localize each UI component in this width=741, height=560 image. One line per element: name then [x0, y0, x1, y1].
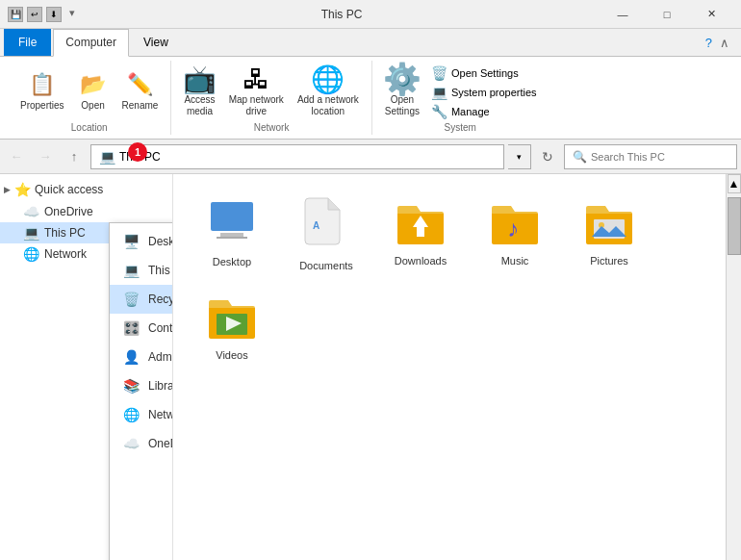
rename-icon: ✏️ — [124, 69, 155, 100]
window-controls: — □ ✕ — [600, 0, 733, 29]
rename-button[interactable]: ✏️ Rename — [117, 66, 164, 115]
context-item-network[interactable]: 🌐 Network — [110, 400, 173, 429]
open-label: Open — [81, 100, 104, 112]
uninstall-action[interactable]: 🗑️ Open Settings — [428, 64, 541, 82]
location-buttons: 📋 Properties 📂 Open ✏️ Rename — [15, 61, 163, 120]
address-bar: ← → ↑ 💻 This PC ▾ ↻ 🔍 — [0, 140, 741, 174]
address-dropdown[interactable]: ▾ — [508, 144, 531, 169]
quick-access-chevron: ▶ — [4, 185, 11, 194]
collapse-ribbon-icon[interactable]: ∧ — [720, 36, 729, 50]
context-item-desktop[interactable]: 🖥️ Desktop — [110, 227, 173, 256]
context-admin-icon: 👤 — [121, 347, 141, 367]
location-group-label: Location — [71, 120, 108, 135]
manage-action[interactable]: 🔧 Manage — [428, 103, 541, 120]
search-box[interactable]: 🔍 — [564, 144, 737, 169]
open-settings-button[interactable]: ⚙️ OpenSettings — [380, 61, 424, 120]
titlebar-quick-icons: 💾 ↩ ⬇ ▾ — [8, 7, 75, 22]
sidebar-item-quick-access[interactable]: ▶ ⭐ Quick access — [0, 178, 172, 201]
map-network-drive-button[interactable]: 🖧 Map networkdrive — [224, 61, 289, 120]
context-item-recycle-bin[interactable]: 🗑️ Recycle Bin 2 — [110, 285, 173, 314]
help-icon[interactable]: ? — [705, 36, 712, 50]
properties-button[interactable]: 📋 Properties — [15, 66, 69, 115]
folder-documents[interactable]: A Documents — [283, 190, 370, 276]
ribbon: File Computer View ? ∧ 📋 Properties 📂 Op… — [0, 29, 741, 140]
system-group-label: System — [445, 120, 476, 135]
folder-videos[interactable]: Videos — [189, 284, 275, 366]
context-libraries-icon: 📚 — [121, 376, 141, 395]
context-menu: 🖥️ Desktop 💻 This PC 🗑️ Recycle Bin 2 🎛️… — [109, 222, 173, 560]
search-input[interactable] — [591, 151, 728, 163]
svg-rect-0 — [211, 202, 253, 231]
back-button[interactable]: ← — [4, 144, 29, 169]
folder-downloads[interactable]: Downloads — [377, 190, 464, 276]
settings-icon: ⚙️ — [387, 64, 418, 94]
titlebar-icon-1[interactable]: 💾 — [8, 7, 23, 22]
tab-computer[interactable]: Computer — [53, 29, 129, 57]
add-network-location-button[interactable]: 🌐 Add a networklocation — [293, 61, 364, 120]
context-recycle-icon: 🗑️ — [121, 290, 141, 309]
folder-pictures[interactable]: Pictures — [566, 190, 652, 276]
context-item-onedrive[interactable]: ☁️ OneDrive — [110, 429, 173, 458]
desktop-label: Desktop — [213, 256, 251, 267]
context-item-control-panel[interactable]: 🎛️ Control Panel — [110, 314, 173, 343]
add-network-location-label: Add a networklocation — [297, 94, 359, 117]
address-input[interactable]: 💻 This PC — [90, 144, 504, 169]
context-item-administrator[interactable]: 👤 Administrator — [110, 343, 173, 371]
close-button[interactable]: ✕ — [689, 0, 733, 29]
titlebar-title: This PC — [83, 8, 600, 21]
videos-label: Videos — [216, 349, 247, 361]
context-item-this-pc[interactable]: 💻 This PC — [110, 256, 173, 285]
system-properties-action[interactable]: 💻 System properties — [428, 84, 541, 101]
this-pc-label: This PC — [44, 226, 86, 240]
forward-button[interactable]: → — [33, 144, 58, 169]
quick-access-label: Quick access — [35, 183, 103, 196]
music-label: Music — [501, 255, 529, 267]
sidebar-item-onedrive[interactable]: ☁️ OneDrive — [0, 201, 172, 222]
scroll-up[interactable]: ▲ — [728, 174, 741, 193]
videos-icon — [205, 289, 259, 345]
titlebar-icon-2[interactable]: ↩ — [27, 7, 42, 22]
uninstall-icon: 🗑️ — [432, 65, 447, 81]
folder-desktop[interactable]: Desktop — [189, 190, 275, 276]
context-onedrive-label: OneDrive — [148, 437, 173, 450]
minimize-button[interactable]: — — [600, 0, 645, 29]
onedrive-label: OneDrive — [44, 205, 93, 218]
desktop-icon — [207, 194, 257, 252]
sidebar: ▶ ⭐ Quick access ☁️ OneDrive 💻 This PC 🖥… — [0, 174, 173, 560]
svg-rect-1 — [220, 233, 243, 237]
scrollbar[interactable]: ▲ — [726, 174, 741, 560]
context-control-panel-label: Control Panel — [148, 321, 173, 335]
downloads-icon — [394, 194, 447, 251]
titlebar-icon-3[interactable]: ⬇ — [46, 7, 62, 22]
content-wrapper: Desktop A Documents — [173, 174, 741, 560]
badge-1: 1 — [128, 142, 147, 162]
context-admin-label: Administrator — [148, 350, 173, 364]
sidebar-item-this-pc[interactable]: 💻 This PC 🖥️ Desktop 💻 This PC 🗑️ Recycl… — [0, 222, 172, 243]
address-folder-icon: 💻 — [99, 149, 115, 165]
downloads-label: Downloads — [395, 255, 447, 267]
manage-label: Manage — [451, 106, 490, 117]
properties-icon: 📋 — [27, 69, 58, 100]
ribbon-tabs: File Computer View ? ∧ — [0, 29, 741, 57]
refresh-button[interactable]: ↻ — [535, 144, 560, 169]
up-button[interactable]: ↑ — [62, 144, 87, 169]
tab-file[interactable]: File — [4, 29, 51, 56]
ribbon-content: 📋 Properties 📂 Open ✏️ Rename Location 📺 — [0, 57, 741, 139]
system-buttons: ⚙️ OpenSettings 🗑️ Open Settings 💻 Syste… — [380, 61, 541, 120]
maximize-button[interactable]: □ — [645, 0, 689, 29]
open-button[interactable]: 📂 Open — [73, 66, 114, 115]
system-properties-label: System properties — [451, 87, 537, 98]
access-media-button[interactable]: 📺 Accessmedia — [179, 61, 219, 120]
context-item-libraries[interactable]: 📚 Libraries — [110, 371, 173, 400]
tab-view[interactable]: View — [131, 29, 181, 56]
scroll-thumb[interactable] — [728, 197, 741, 255]
folder-music[interactable]: ♪ Music — [472, 190, 558, 276]
network-label: Network — [44, 247, 87, 261]
access-media-icon: 📺 — [185, 64, 216, 94]
content-area: Desktop A Documents — [173, 174, 726, 560]
titlebar-dropdown[interactable]: ▾ — [69, 7, 75, 22]
titlebar: 💾 ↩ ⬇ ▾ This PC — □ ✕ — [0, 0, 741, 29]
properties-label: Properties — [20, 100, 64, 112]
rename-label: Rename — [122, 100, 159, 112]
ribbon-group-network: 📺 Accessmedia 🖧 Map networkdrive 🌐 Add a… — [171, 61, 371, 135]
